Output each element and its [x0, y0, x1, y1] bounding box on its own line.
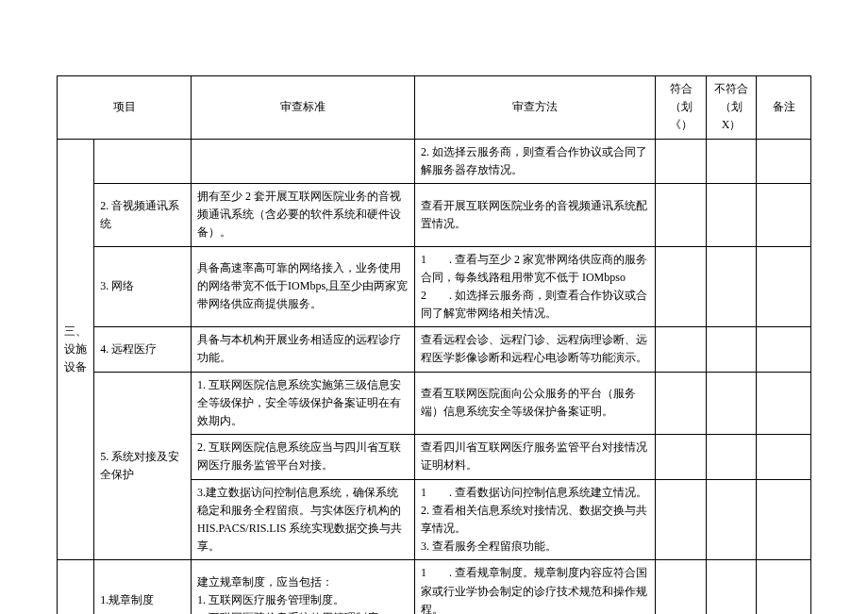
header-standard: 审查标准: [192, 76, 415, 140]
standard-cell: 1. 互联网医院信息系统实施第三级信息安全等级保护，安全等级保护备案证明在有效期…: [192, 372, 415, 435]
note-cell: [757, 372, 811, 435]
fit-cell: [656, 327, 707, 372]
table-row: 三、设施设备 2. 如选择云服务商，则查看合作协议或合同了解服务器存放情况。: [58, 139, 811, 183]
nofit-cell: [706, 435, 757, 479]
table-row: 4. 远程医疗 具备与本机构开展业务相适应的远程诊疗功能。 查看远程会诊、远程门…: [58, 327, 811, 372]
item-cell: 1.规章制度: [94, 560, 192, 614]
section-title-next: [58, 560, 94, 614]
note-cell: [757, 183, 811, 246]
nofit-cell: [706, 372, 757, 435]
nofit-cell: [706, 479, 757, 560]
table-row: 3. 网络 具备高速率高可靠的网络接入，业务使用的网络带宽不低于IOMbps,且…: [58, 246, 811, 327]
note-cell: [757, 327, 811, 372]
item-cell: 5. 系统对接及安全保护: [94, 372, 192, 560]
note-cell: [757, 139, 811, 183]
table-row: 5. 系统对接及安全保护 1. 互联网医院信息系统实施第三级信息安全等级保护，安…: [58, 372, 811, 435]
fit-cell: [656, 183, 707, 246]
nofit-cell: [706, 560, 757, 614]
method-cell: 查看远程会诊、远程门诊、远程病理诊断、远程医学影像诊断和远程心电诊断等功能演示。: [414, 327, 655, 372]
table-header-row: 项目 审查标准 审查方法 符合（划《） 不符合（划 X） 备注: [58, 76, 811, 140]
fit-cell: [656, 139, 707, 183]
method-cell: 1 . 查看与至少 2 家宽带网络供应商的服务合同，每条线路租用带宽不低于 IO…: [414, 246, 655, 327]
standard-cell: [192, 139, 415, 183]
nofit-cell: [706, 183, 757, 246]
fit-cell: [656, 246, 707, 327]
nofit-cell: [706, 139, 757, 183]
method-cell: 查看四川省互联网医疗服务监管平台对接情况证明材料。: [414, 435, 655, 479]
header-fit: 符合（划《）: [656, 76, 707, 140]
review-table: 项目 审查标准 审查方法 符合（划《） 不符合（划 X） 备注 三、设施设备 2…: [57, 75, 811, 614]
note-cell: [757, 479, 811, 560]
note-cell: [757, 435, 811, 479]
method-cell: 查看互联网医院面向公众服务的平台（服务端）信息系统安全等级保护备案证明。: [414, 372, 655, 435]
standard-cell: 具备高速率高可靠的网络接入，业务使用的网络带宽不低于IOMbps,且至少由两家宽…: [192, 246, 415, 327]
method-cell: 1 . 查看规章制度。规章制度内容应符合国家或行业学协会制定的诊疗技术规范和操作…: [414, 560, 655, 614]
item-cell: [94, 139, 192, 183]
header-method: 审查方法: [414, 76, 655, 140]
method-cell: 1 . 查看数据访问控制信息系统建立情况。 2. 查看相关信息系统对接情况、数据…: [414, 479, 655, 560]
nofit-cell: [706, 327, 757, 372]
standard-cell: 3.建立数据访问控制信息系统，确保系统稳定和服务全程留痕。与实体医疗机构的 HI…: [192, 479, 415, 560]
item-cell: 2. 音视频通讯系统: [94, 183, 192, 246]
section-title: 三、设施设备: [58, 139, 94, 560]
header-note: 备注: [757, 76, 811, 140]
note-cell: [757, 560, 811, 614]
fit-cell: [656, 435, 707, 479]
fit-cell: [656, 372, 707, 435]
standard-cell: 建立规章制度，应当包括： 1. 互联网医疗服务管理制度。 2. 互联网医院信息系…: [192, 560, 415, 614]
table-row: 2. 音视频通讯系统 拥有至少 2 套开展互联网医院业务的音视频通讯系统（含必要…: [58, 183, 811, 246]
item-cell: 4. 远程医疗: [94, 327, 192, 372]
item-cell: 3. 网络: [94, 246, 192, 327]
table-row: 1.规章制度 建立规章制度，应当包括： 1. 互联网医疗服务管理制度。 2. 互…: [58, 560, 811, 614]
note-cell: [757, 246, 811, 327]
standard-cell: 2. 互联网医院信息系统应当与四川省互联网医疗服务监管平台对接。: [192, 435, 415, 479]
method-cell: 2. 如选择云服务商，则查看合作协议或合同了解服务器存放情况。: [414, 139, 655, 183]
header-nofit: 不符合（划 X）: [706, 76, 757, 140]
nofit-cell: [706, 246, 757, 327]
fit-cell: [656, 560, 707, 614]
standard-cell: 拥有至少 2 套开展互联网医院业务的音视频通讯系统（含必要的软件系统和硬件设备）…: [192, 183, 415, 246]
standard-cell: 具备与本机构开展业务相适应的远程诊疗功能。: [192, 327, 415, 372]
method-cell: 查看开展互联网医院业务的音视频通讯系统配置情况。: [414, 183, 655, 246]
fit-cell: [656, 479, 707, 560]
header-project: 项目: [58, 76, 192, 140]
